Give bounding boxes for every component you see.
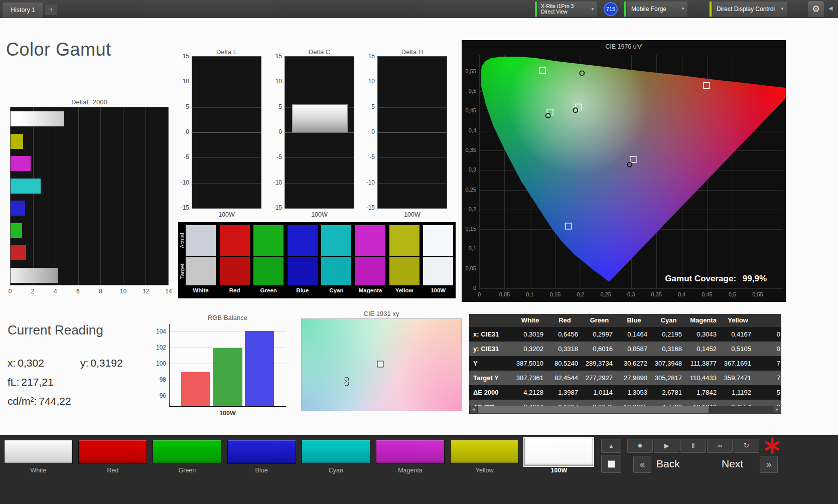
rgb-bar-green	[213, 348, 242, 406]
stop-button[interactable]: ■	[627, 439, 653, 453]
patch-button-red[interactable]: Red	[78, 440, 147, 475]
meter-status-indicator	[535, 2, 537, 17]
add-tab-button[interactable]: +	[45, 5, 57, 15]
display-control-dropdown[interactable]: Direct Display Control ▼	[713, 2, 787, 17]
table-cell-clipped: 0	[755, 342, 781, 356]
swatch-label: Magenta	[353, 287, 387, 293]
cie1931-chart: CIE 1931 xy	[300, 310, 463, 412]
asterisk-icon[interactable]	[764, 437, 782, 455]
pattern-source-dropdown[interactable]: Mobile Forge ▼	[627, 2, 687, 17]
delta-h-plot	[377, 56, 447, 209]
table-cell: 0,3202	[513, 342, 547, 356]
measure-point-circle	[344, 382, 349, 386]
chart-title: DeltaE 2000	[10, 98, 169, 106]
patch-button-magenta[interactable]: Magenta	[376, 440, 445, 475]
patch-button-yellow[interactable]: Yellow	[450, 440, 519, 475]
table-cell: 0,6016	[582, 342, 617, 356]
axis-tick-label: 5	[358, 103, 375, 110]
display-status-indicator	[710, 2, 712, 17]
top-bar: History 1 + X-Rite i1Pro 3 Direct View ▼…	[0, 0, 838, 18]
patch-label: Red	[78, 467, 147, 474]
patch-label: White	[4, 467, 73, 474]
gridline	[378, 132, 447, 133]
swatch-column-blue: Blue	[288, 222, 318, 298]
axis-tick-label: -5	[265, 153, 282, 160]
y-axis: 151050-5-10-15	[173, 56, 189, 210]
table-cell: 0,3019	[513, 327, 547, 342]
target-swatch	[253, 257, 284, 285]
delta-c-plot	[285, 56, 354, 209]
scrollbar-track[interactable]	[478, 406, 773, 414]
pause-button[interactable]: Ⅱ	[680, 439, 706, 453]
table-cell-clipped: 0	[755, 327, 781, 342]
table-cell: 4,2128	[513, 385, 547, 400]
table-row: y: CIE310,32020,33180,60160,05870,31680,…	[469, 342, 781, 356]
patch-label: Magenta	[376, 467, 445, 474]
reading-x-label: x:	[8, 357, 16, 369]
patch-button-cyan[interactable]: Cyan	[302, 440, 370, 475]
scroll-right-button[interactable]: ►	[773, 406, 781, 414]
chart-title: Delta H	[377, 48, 447, 56]
actual-swatch	[288, 225, 318, 256]
next-skip-button[interactable]: »	[760, 456, 778, 473]
settings-button[interactable]: ⚙	[808, 1, 824, 17]
axis-tick-label: 10	[265, 78, 282, 85]
loop-button[interactable]: ∞	[707, 439, 733, 453]
reading-fl-value: 217,21	[21, 376, 53, 388]
deltae-bar-white	[11, 268, 58, 283]
axis-tick-label: -15	[265, 204, 282, 211]
scroll-left-button[interactable]: ◄	[469, 406, 478, 414]
gridline	[378, 157, 447, 158]
patch-button-blue[interactable]: Blue	[227, 440, 296, 475]
gridline	[285, 132, 354, 133]
cie1931-plot	[301, 318, 462, 411]
actual-swatch	[253, 225, 284, 256]
patch-button-white[interactable]: White	[4, 440, 73, 475]
actual-swatch	[186, 225, 216, 256]
back-skip-button[interactable]: «	[633, 456, 651, 473]
bottom-bar: ▲ ■▶Ⅱ∞↻ « Back Next » WhiteRedGreenBlueC…	[0, 435, 838, 504]
table-header-cell: White	[513, 314, 547, 327]
collapse-panel-button[interactable]: ◀	[828, 5, 832, 12]
patch-button-100w[interactable]: 100W	[524, 440, 593, 475]
back-button[interactable]: Back	[656, 458, 680, 470]
delta-l-plot	[192, 56, 261, 209]
next-button[interactable]: Next	[722, 458, 743, 470]
deltae-bar-blue	[11, 201, 25, 216]
table-cell: 1,0114	[582, 385, 617, 400]
table-header-cell: Magenta	[686, 314, 721, 327]
gamut-coverage-value: 99,9%	[743, 274, 767, 283]
delta-h-chart: Delta H 151050-5-10-15 100W	[358, 48, 448, 218]
current-reading-title: Current Reading	[8, 322, 103, 338]
gridline	[78, 107, 79, 285]
table-row: Y387,501080,5240289,373430,6272307,39481…	[469, 356, 781, 371]
target-swatch	[288, 257, 318, 285]
table-cell: 0,6456	[547, 327, 582, 342]
patch-button-green[interactable]: Green	[153, 440, 221, 475]
actual-target-swatches: Actual Target WhiteRedGreenBlueCyanMagen…	[178, 222, 456, 298]
deltae-bar-green	[11, 223, 22, 238]
table-cell: 1,7842	[686, 385, 721, 400]
swatch-column-green: Green	[253, 222, 284, 298]
axis-tick-label: -15	[358, 204, 375, 211]
x-axis-label: 100W	[169, 410, 286, 417]
table-cell: 387,5010	[513, 356, 547, 371]
pattern-up-button[interactable]: ▲	[601, 439, 621, 453]
axis-tick-label: 10	[120, 288, 126, 295]
patch-swatch	[302, 440, 370, 464]
deltae-bar-magenta	[11, 156, 31, 171]
gridline	[285, 157, 354, 158]
refresh-button[interactable]: ↻	[734, 439, 759, 453]
scrollbar-thumb[interactable]	[478, 406, 709, 413]
deltae-bar-yellow	[11, 134, 23, 149]
history-tab[interactable]: History 1	[3, 3, 43, 18]
swatch-label: White	[184, 287, 218, 293]
gridline	[33, 107, 34, 285]
meter-dropdown[interactable]: X-Rite i1Pro 3 Direct View ▼	[538, 2, 597, 17]
table-row-label: x: CIE31	[469, 327, 513, 342]
deltae-bar-red	[11, 245, 26, 260]
table-scrollbar[interactable]: ◄ ►	[469, 406, 781, 414]
pattern-window-button[interactable]	[601, 455, 621, 473]
table-row: Target Y387,736182,4544277,292727,989030…	[469, 371, 781, 385]
play-button[interactable]: ▶	[654, 439, 679, 453]
